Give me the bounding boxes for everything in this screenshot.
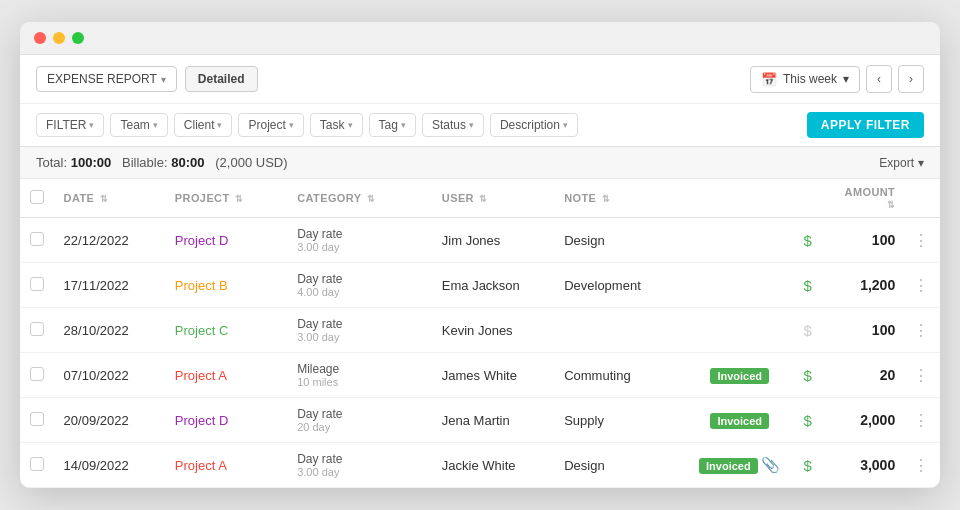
week-selector[interactable]: 📅 This week ▾ [750, 66, 860, 93]
chevron-down-icon: ▾ [89, 120, 94, 130]
row-checkbox-cell [20, 308, 56, 353]
row-checkbox[interactable] [30, 322, 44, 336]
user-cell: Jackie White [434, 443, 556, 488]
chevron-down-icon: ▾ [348, 120, 353, 130]
category-name: Day rate [297, 317, 426, 331]
actions-cell: ⋮ [903, 398, 940, 443]
description-label: Description [500, 118, 560, 132]
dollar-icon: $ [803, 457, 811, 474]
row-checkbox[interactable] [30, 232, 44, 246]
actions-cell: ⋮ [903, 443, 940, 488]
user-cell: James White [434, 353, 556, 398]
status-badge: Invoiced [699, 458, 758, 474]
dollar-cell: $ [790, 218, 826, 263]
row-actions-button[interactable]: ⋮ [913, 457, 930, 474]
filter-project-button[interactable]: Project ▾ [238, 113, 303, 137]
sort-icon[interactable]: ⇅ [235, 194, 243, 204]
total-label: Total: [36, 155, 67, 170]
category-name: Day rate [297, 452, 426, 466]
project-link[interactable]: Project A [175, 458, 227, 473]
status-label: Status [432, 118, 466, 132]
project-cell: Project A [167, 443, 289, 488]
row-checkbox-cell [20, 263, 56, 308]
project-link[interactable]: Project D [175, 233, 228, 248]
actions-cell: ⋮ [903, 263, 940, 308]
filter-description-button[interactable]: Description ▾ [490, 113, 578, 137]
filter-team-button[interactable]: Team ▾ [110, 113, 167, 137]
filter-status-button[interactable]: Status ▾ [422, 113, 484, 137]
attachment-icon: 📎 [761, 456, 780, 473]
badge-cell: Invoiced [690, 353, 790, 398]
close-button[interactable] [34, 32, 46, 44]
sort-icon[interactable]: ⇅ [479, 194, 487, 204]
prev-week-button[interactable]: ‹ [866, 65, 892, 93]
project-cell: Project C [167, 308, 289, 353]
badge-cell [690, 218, 790, 263]
filter-tag-button[interactable]: Tag ▾ [369, 113, 416, 137]
row-checkbox[interactable] [30, 367, 44, 381]
sort-icon[interactable]: ⇅ [100, 194, 108, 204]
table-row: 28/10/2022 Project C Day rate 3.00 day K… [20, 308, 940, 353]
main-window: EXPENSE REPORT ▾ Detailed 📅 This week ▾ … [20, 22, 940, 488]
table-header-row: DATE ⇅ PROJECT ⇅ CATEGORY ⇅ USER ⇅ NOTE … [20, 179, 940, 218]
row-actions-button[interactable]: ⋮ [913, 322, 930, 339]
date-cell: 28/10/2022 [56, 308, 167, 353]
row-actions-button[interactable]: ⋮ [913, 412, 930, 429]
project-cell: Project D [167, 218, 289, 263]
project-link[interactable]: Project C [175, 323, 228, 338]
note-cell: Development [556, 263, 689, 308]
filter-main-button[interactable]: FILTER ▾ [36, 113, 104, 137]
date-cell: 22/12/2022 [56, 218, 167, 263]
row-actions-button[interactable]: ⋮ [913, 232, 930, 249]
expense-table: DATE ⇅ PROJECT ⇅ CATEGORY ⇅ USER ⇅ NOTE … [20, 179, 940, 488]
user-cell: Jena Martin [434, 398, 556, 443]
summary-bar: Total: 100:00 Billable: 80:00 (2,000 USD… [20, 147, 940, 179]
chevron-down-icon: ▾ [469, 120, 474, 130]
billable-label: Billable: [122, 155, 168, 170]
project-link[interactable]: Project A [175, 368, 227, 383]
select-all-checkbox[interactable] [30, 190, 44, 204]
toolbar-right: 📅 This week ▾ ‹ › [750, 65, 924, 93]
sort-icon[interactable]: ⇅ [367, 194, 375, 204]
table-row: 07/10/2022 Project A Mileage 10 miles Ja… [20, 353, 940, 398]
row-checkbox[interactable] [30, 412, 44, 426]
date-cell: 20/09/2022 [56, 398, 167, 443]
actions-column-header [903, 179, 940, 218]
category-cell: Mileage 10 miles [289, 353, 434, 398]
maximize-button[interactable] [72, 32, 84, 44]
row-checkbox[interactable] [30, 277, 44, 291]
dollar-icon: $ [803, 322, 811, 339]
filter-client-button[interactable]: Client ▾ [174, 113, 233, 137]
detailed-view-button[interactable]: Detailed [185, 66, 258, 92]
project-link[interactable]: Project D [175, 413, 228, 428]
project-cell: Project B [167, 263, 289, 308]
note-column-header: NOTE ⇅ [556, 179, 689, 218]
billable-value: 80:00 [171, 155, 204, 170]
chevron-down-icon: ▾ [161, 74, 166, 85]
amount-cell: 100 [825, 218, 903, 263]
filter-task-button[interactable]: Task ▾ [310, 113, 363, 137]
dollar-icon: $ [803, 277, 811, 294]
row-actions-button[interactable]: ⋮ [913, 277, 930, 294]
expense-report-dropdown[interactable]: EXPENSE REPORT ▾ [36, 66, 177, 92]
category-name: Day rate [297, 272, 426, 286]
user-column-header: USER ⇅ [434, 179, 556, 218]
row-checkbox[interactable] [30, 457, 44, 471]
amount-value: (2,000 USD) [215, 155, 287, 170]
project-cell: Project A [167, 353, 289, 398]
status-badge: Invoiced [710, 368, 769, 384]
minimize-button[interactable] [53, 32, 65, 44]
sort-icon[interactable]: ⇅ [602, 194, 610, 204]
sort-icon[interactable]: ⇅ [887, 200, 895, 210]
filter-label: FILTER [46, 118, 86, 132]
next-week-button[interactable]: › [898, 65, 924, 93]
export-button[interactable]: Export ▾ [879, 156, 924, 170]
amount-cell: 100 [825, 308, 903, 353]
apply-filter-button[interactable]: APPLY FILTER [807, 112, 924, 138]
category-cell: Day rate 4.00 day [289, 263, 434, 308]
project-link[interactable]: Project B [175, 278, 228, 293]
row-actions-button[interactable]: ⋮ [913, 367, 930, 384]
date-cell: 17/11/2022 [56, 263, 167, 308]
tag-label: Tag [379, 118, 398, 132]
category-name: Mileage [297, 362, 426, 376]
